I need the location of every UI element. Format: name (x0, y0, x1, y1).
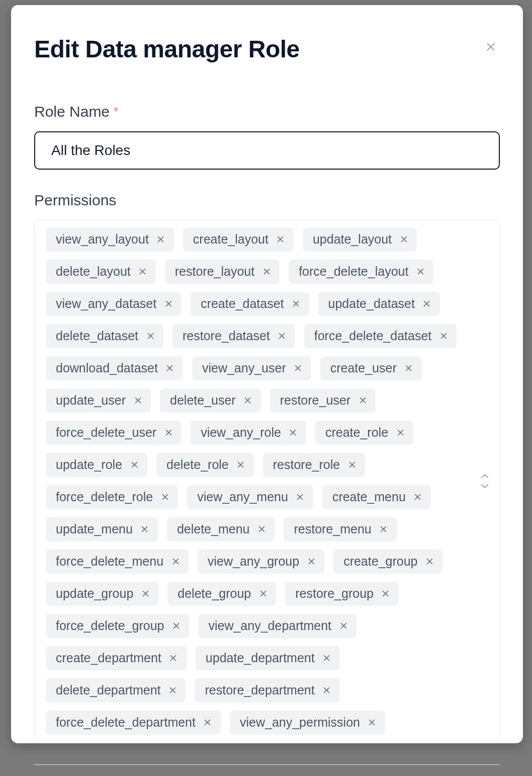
remove-permission-icon[interactable] (163, 299, 173, 309)
remove-permission-icon[interactable] (404, 363, 414, 373)
remove-permission-icon[interactable] (258, 589, 268, 599)
permission-chip: restore_menu (284, 517, 396, 541)
permission-chip: view_any_permission (230, 711, 385, 735)
permission-chip-label: create_dataset (201, 296, 284, 311)
remove-permission-icon[interactable] (243, 396, 253, 406)
permission-chip-label: view_any_group (208, 554, 299, 569)
permissions-multiselect[interactable]: view_any_layoutcreate_layoutupdate_layou… (34, 220, 500, 742)
permission-chip: view_any_dataset (46, 292, 182, 316)
remove-permission-icon[interactable] (415, 267, 425, 277)
multiselect-toggle[interactable] (479, 473, 491, 489)
remove-permission-icon[interactable] (367, 718, 377, 728)
permission-chip-label: create_menu (332, 490, 406, 504)
remove-permission-icon[interactable] (203, 718, 213, 728)
remove-permission-icon[interactable] (163, 428, 173, 438)
permission-chip-label: create_user (330, 361, 397, 375)
footer-divider (34, 764, 500, 765)
permission-chip: download_dataset (46, 356, 183, 380)
permission-chip: force_delete_dataset (304, 324, 457, 348)
role-name-input[interactable] (34, 131, 500, 170)
permission-chip-label: force_delete_layout (299, 264, 408, 279)
close-icon (485, 41, 496, 54)
permission-chip: update_role (46, 453, 147, 477)
remove-permission-icon[interactable] (276, 235, 286, 245)
remove-permission-icon[interactable] (261, 267, 272, 277)
remove-permission-icon[interactable] (145, 331, 155, 341)
remove-permission-icon[interactable] (140, 524, 150, 534)
permission-chip-label: restore_group (295, 586, 374, 601)
remove-permission-icon[interactable] (395, 428, 405, 438)
permission-chip: restore_layout (165, 260, 280, 284)
permission-chip-label: update_layout (313, 232, 392, 247)
permission-chip: update_group (46, 582, 158, 606)
remove-permission-icon[interactable] (438, 331, 449, 341)
permission-chip-label: view_any_layout (56, 232, 149, 247)
permission-chip-label: force_delete_group (56, 618, 164, 633)
remove-permission-icon[interactable] (399, 235, 409, 245)
edit-role-modal: Edit Data manager Role Role Name * Permi… (11, 5, 523, 743)
permission-chip: update_user (46, 389, 151, 413)
role-name-label: Role Name * (34, 103, 500, 120)
remove-permission-icon[interactable] (129, 460, 139, 470)
remove-permission-icon[interactable] (306, 557, 316, 567)
remove-permission-icon[interactable] (165, 363, 175, 373)
remove-permission-icon[interactable] (291, 299, 301, 309)
permission-chip: force_delete_role (46, 485, 178, 509)
permission-chip: update_dataset (318, 292, 440, 316)
remove-permission-icon[interactable] (338, 621, 348, 631)
permission-chip: force_delete_department (46, 711, 221, 735)
permission-chip: update_menu (46, 517, 158, 541)
permission-chip: delete_dataset (46, 324, 163, 348)
permission-chip-label: create_group (343, 554, 417, 569)
permission-chip: create_department (46, 646, 187, 670)
permission-chip-label: view_any_department (208, 618, 331, 633)
permission-chip-label: restore_layout (175, 264, 254, 279)
permission-chip: update_department (196, 646, 340, 670)
permission-chip-label: force_delete_dataset (314, 329, 432, 343)
modal-close-button[interactable] (482, 38, 500, 56)
permission-chip-label: create_role (325, 425, 388, 440)
remove-permission-icon[interactable] (170, 557, 181, 567)
remove-permission-icon[interactable] (379, 524, 389, 534)
remove-permission-icon[interactable] (295, 492, 305, 502)
remove-permission-icon[interactable] (358, 396, 368, 406)
permission-chip-label: create_department (56, 651, 161, 665)
remove-permission-icon[interactable] (293, 363, 303, 373)
remove-permission-icon[interactable] (133, 396, 143, 406)
modal-header: Edit Data manager Role (34, 36, 500, 63)
remove-permission-icon[interactable] (424, 557, 434, 567)
remove-permission-icon[interactable] (322, 685, 332, 695)
permission-chip-label: force_delete_menu (56, 554, 163, 569)
remove-permission-icon[interactable] (347, 460, 357, 470)
remove-permission-icon[interactable] (167, 685, 178, 695)
remove-permission-icon[interactable] (413, 492, 423, 502)
remove-permission-icon[interactable] (140, 589, 150, 599)
permission-chip-label: update_role (56, 457, 122, 472)
permission-chip-label: restore_menu (294, 522, 371, 536)
permission-chip-label: view_any_dataset (56, 296, 156, 311)
permission-chip-label: restore_department (205, 683, 314, 697)
remove-permission-icon[interactable] (138, 267, 148, 277)
permission-chip: delete_user (160, 389, 261, 413)
remove-permission-icon[interactable] (256, 524, 267, 534)
remove-permission-icon[interactable] (156, 235, 166, 245)
permission-chip: create_group (333, 550, 442, 574)
remove-permission-icon[interactable] (381, 589, 391, 599)
permission-chip: force_delete_user (46, 421, 182, 445)
permission-chip-label: force_delete_department (56, 715, 196, 730)
role-name-field: Role Name * (34, 103, 500, 170)
permission-chip: restore_dataset (172, 324, 295, 348)
remove-permission-icon[interactable] (277, 331, 287, 341)
permission-chip-label: delete_group (178, 586, 251, 601)
remove-permission-icon[interactable] (168, 653, 179, 663)
remove-permission-icon[interactable] (236, 460, 246, 470)
permission-chip-label: restore_dataset (183, 329, 270, 343)
permission-chip: view_any_menu (187, 485, 313, 509)
chevron-down-icon (480, 482, 489, 491)
remove-permission-icon[interactable] (422, 299, 432, 309)
remove-permission-icon[interactable] (171, 621, 181, 631)
permission-chip-label: update_department (206, 651, 315, 665)
remove-permission-icon[interactable] (288, 428, 298, 438)
remove-permission-icon[interactable] (322, 653, 332, 663)
remove-permission-icon[interactable] (160, 492, 170, 502)
